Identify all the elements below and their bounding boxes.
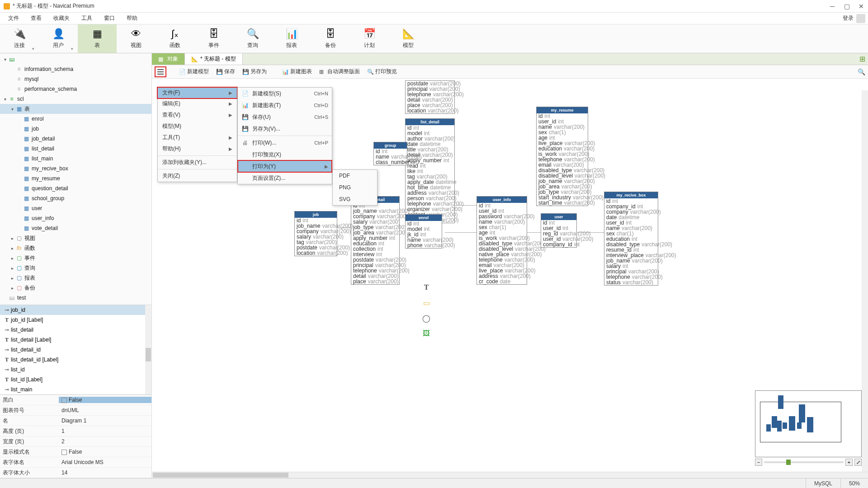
erd-table-list_detail[interactable]: list_detailidintmodelintauthorvarchar(20…: [405, 118, 455, 223]
menu-item[interactable]: SVG: [333, 193, 377, 205]
canvas-horizontal-scrollbar[interactable]: [152, 472, 868, 478]
zoom-fit-button[interactable]: ⤢: [854, 459, 862, 466]
menu-item[interactable]: 添加到收藏夹(Y)...: [158, 157, 237, 168]
canvas-vertical-scrollbar[interactable]: [862, 90, 868, 472]
erd-table-user_info[interactable]: user_infoidintuser_idintpasswordvarchar(…: [476, 196, 527, 285]
tree-item[interactable]: ▦user_info: [0, 213, 151, 223]
toolbar-事件[interactable]: 🗄事件: [194, 24, 233, 53]
menu-item[interactable]: 模型(M): [158, 121, 237, 132]
menu-item[interactable]: 工具(T)▶: [158, 132, 237, 143]
tree-item[interactable]: ▦question_detail: [0, 183, 151, 193]
property-row[interactable]: 名Diagram 1: [0, 416, 151, 426]
menu-item[interactable]: 文件(F)▶: [157, 87, 237, 99]
property-row[interactable]: 黑白False: [0, 395, 151, 405]
tree-item[interactable]: ▦list_detail: [0, 144, 151, 154]
menu-window[interactable]: 窗口: [99, 13, 120, 23]
note-tool-icon[interactable]: ▭: [421, 297, 432, 308]
menu-view[interactable]: 查看: [25, 13, 47, 23]
toolbar-模型[interactable]: 📐模型: [389, 24, 428, 53]
tab-model[interactable]: 📐 * 无标题 - 模型: [185, 53, 243, 65]
tree-item[interactable]: ▸▢视图: [0, 233, 151, 243]
print-as-submenu[interactable]: PDFPNGSVG: [332, 169, 377, 206]
shape-tool-icon[interactable]: ◯: [421, 313, 432, 324]
tree-item[interactable]: ▾▦表: [0, 104, 151, 114]
tree-item[interactable]: ▸▢查询: [0, 263, 151, 273]
menu-favorites[interactable]: 收藏夹: [48, 13, 75, 23]
menu-item[interactable]: 页面设置(Z)...: [238, 172, 332, 184]
toolbar-查询[interactable]: 🔍查询: [233, 24, 272, 53]
tree-item[interactable]: ▾🖴: [0, 54, 151, 64]
zoom-control[interactable]: − + ⤢: [755, 458, 862, 466]
tree-item[interactable]: ▦job: [0, 124, 151, 134]
property-row[interactable]: 表字体大小14: [0, 468, 151, 478]
file-submenu[interactable]: 📄新建模型(S)Ctrl+N📊新建图表(T)Ctrl+D💾保存(U)Ctrl+S…: [237, 87, 332, 184]
property-grid[interactable]: 黑白False图表符号dnUML名Diagram 1高度 (页)1宽度 (页)2…: [0, 394, 151, 478]
search-icon[interactable]: 🔍: [858, 68, 865, 75]
navigator-minimap[interactable]: [755, 390, 862, 457]
zoom-out-button[interactable]: −: [755, 459, 762, 466]
object-item[interactable]: Tlist_detail_id [Label]: [0, 355, 151, 365]
object-item[interactable]: ⊸list_detail_id: [0, 345, 151, 355]
object-item[interactable]: ⊸list_main: [0, 385, 151, 394]
tree-item[interactable]: ▦my_resume: [0, 174, 151, 183]
tree-item[interactable]: ▦enrol: [0, 114, 151, 124]
tree-item[interactable]: ▸fo函数: [0, 243, 151, 253]
erd-table-user[interactable]: useridintuser_idintreg_idvarchar(200)use…: [541, 213, 577, 248]
erd-table-my_resume[interactable]: my_resumeidintuser_idintnamevarchar(200)…: [536, 107, 588, 206]
erd-table-group[interactable]: groupidintnamevarchar(200)class_numberin…: [373, 142, 407, 165]
erd-table-enrol[interactable]: enrolidintmodelintjk_idintnamevarchar(20…: [405, 214, 442, 249]
object-item[interactable]: Tlist_detail [Label]: [0, 335, 151, 345]
hamburger-menu-button[interactable]: [155, 66, 166, 77]
menu-item[interactable]: PDF: [333, 170, 377, 182]
toolbar-计划[interactable]: 📅计划: [350, 24, 389, 53]
menu-item[interactable]: 🖨打印(W)...Ctrl+P: [238, 137, 332, 149]
erd-table-job_detail[interactable]: job_detailidintjob_namevarchar(200)compa…: [351, 196, 400, 285]
hamburger-menu[interactable]: 文件(F)▶编辑(E)▶查看(V)▶模型(M)工具(T)▶帮助(H)▶添加到收藏…: [157, 87, 237, 182]
connection-tree[interactable]: ▾🖴≡information_schema≡mysql≡performance_…: [0, 53, 151, 305]
toolbar-备份[interactable]: 🗄备份: [311, 24, 350, 53]
menu-item[interactable]: 关闭(Z): [158, 170, 237, 182]
checkbox[interactable]: [61, 398, 67, 403]
menu-item[interactable]: 打印预览(X): [238, 149, 332, 160]
zoom-slider[interactable]: [764, 461, 844, 463]
tree-item[interactable]: ▸▢报表: [0, 273, 151, 283]
tree-item[interactable]: ▾≡scl: [0, 94, 151, 104]
auto-layout-button[interactable]: ⊞自动调整版面: [316, 66, 363, 77]
add-tab-button[interactable]: ⊞: [856, 53, 868, 65]
tree-item[interactable]: ≡performance_schema: [0, 84, 151, 94]
save-as-button[interactable]: 💾另存为: [240, 66, 269, 77]
tree-item[interactable]: ▦my_recive_box: [0, 164, 151, 174]
tree-item[interactable]: ≡information_schema: [0, 64, 151, 74]
login-link[interactable]: 登录: [843, 14, 854, 22]
menu-item[interactable]: 编辑(E)▶: [158, 98, 237, 109]
object-item[interactable]: ⊸job_id: [0, 305, 151, 315]
save-button[interactable]: 💾保存: [213, 66, 238, 77]
toolbar-用户[interactable]: 👤用户▾: [39, 24, 78, 53]
property-row[interactable]: 显示模式名False: [0, 447, 151, 457]
object-list[interactable]: ⊸job_idTjob_id [Label]⊸list_detailTlist_…: [0, 305, 151, 394]
print-preview-button[interactable]: 🔍打印预览: [364, 66, 400, 77]
tree-item[interactable]: ≡mysql: [0, 74, 151, 84]
avatar-icon[interactable]: [856, 14, 865, 23]
menu-item[interactable]: 打印为(Y)▶: [238, 160, 332, 172]
tree-item[interactable]: ▦user: [0, 203, 151, 213]
property-row[interactable]: 图表符号dnUML: [0, 405, 151, 416]
checkbox[interactable]: [61, 450, 67, 455]
toolbar-表[interactable]: ▦表: [78, 24, 117, 53]
menu-item[interactable]: 💾另存为(V)...: [238, 123, 332, 135]
close-button[interactable]: ✕: [858, 3, 864, 9]
tree-item[interactable]: ▸▢事件: [0, 253, 151, 263]
object-item[interactable]: ⊸list_id: [0, 365, 151, 375]
toolbar-报表[interactable]: 📊报表: [272, 24, 311, 53]
scrollbar[interactable]: [145, 305, 151, 394]
menu-help[interactable]: 帮助: [121, 13, 143, 23]
menu-item[interactable]: 查看(V)▶: [158, 109, 237, 121]
zoom-in-button[interactable]: +: [845, 459, 853, 466]
menu-item[interactable]: 📄新建模型(S)Ctrl+N: [238, 88, 332, 99]
toolbar-视图[interactable]: 👁视图: [117, 24, 156, 53]
toolbar-函数[interactable]: ∫ₓ函数: [156, 24, 194, 53]
tree-item[interactable]: ▦vote_detail: [0, 223, 151, 233]
new-chart-button[interactable]: 📊新建图表: [279, 66, 315, 77]
menu-item[interactable]: 帮助(H)▶: [158, 143, 237, 155]
object-item[interactable]: ⊸list_detail: [0, 325, 151, 335]
